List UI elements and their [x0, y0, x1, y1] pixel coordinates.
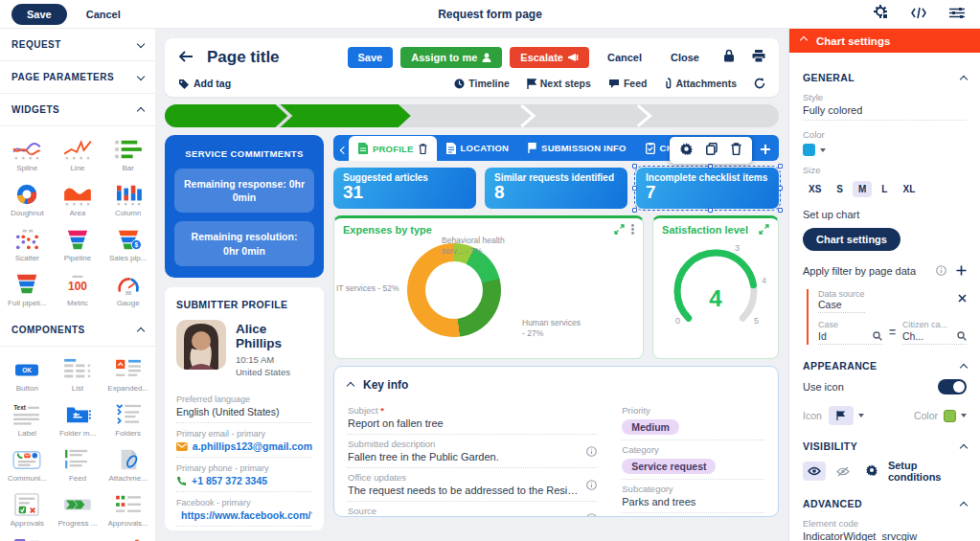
field-priority[interactable]: Priority Medium	[622, 401, 764, 440]
field-category[interactable]: Category Service request	[622, 440, 764, 480]
color-picker[interactable]	[803, 144, 967, 156]
chart-settings-button[interactable]: Chart settings	[803, 228, 900, 251]
chevron-down-icon[interactable]	[961, 414, 967, 417]
widget-sales-pipeline[interactable]: $ Sales pip...	[103, 222, 153, 267]
expenses-chart-card[interactable]: Expenses by type Behavioral health serv.…	[333, 215, 644, 359]
indicator-incomplete-checklist[interactable]: Incomplete checklist items 7	[636, 168, 779, 209]
lock-icon[interactable]	[723, 49, 735, 66]
escalate-button[interactable]: Escalate	[510, 47, 589, 68]
component-list[interactable]: List	[53, 352, 103, 397]
info-icon[interactable]	[586, 510, 597, 517]
widget-pipeline[interactable]: Pipeline	[53, 222, 103, 267]
filter-info-icon[interactable]	[936, 262, 946, 280]
feed-link[interactable]: Feed	[608, 78, 648, 89]
record-cancel-button[interactable]: Cancel	[597, 47, 652, 68]
back-arrow-icon[interactable]	[178, 49, 194, 66]
info-icon[interactable]	[586, 477, 597, 494]
size-xl[interactable]: XL	[897, 181, 921, 197]
field-submitted-description[interactable]: Submitted description Fallen tree in the…	[348, 435, 597, 468]
component-partial-quick-action[interactable]	[103, 532, 153, 541]
code-icon[interactable]	[911, 6, 926, 23]
component-approvals[interactable]: Approvals	[2, 487, 53, 532]
sidebar-section-components[interactable]: COMPONENTS	[0, 314, 155, 347]
stage-done-1[interactable]	[165, 104, 287, 127]
widget-gauge[interactable]: 88 Gauge	[103, 267, 153, 312]
attachments-link[interactable]: Attachments	[664, 78, 737, 89]
facebook-value[interactable]: https://www.facebook.com/?id...	[176, 509, 312, 521]
widget-metric[interactable]: 100 Metric	[53, 267, 103, 312]
tab-copy-icon[interactable]	[706, 142, 718, 159]
component-partial-ring[interactable]	[53, 532, 103, 541]
expand-icon[interactable]	[614, 224, 625, 235]
tab-settings-gear-icon[interactable]	[680, 142, 693, 159]
widget-line[interactable]: Line	[53, 132, 103, 177]
stage-done-2[interactable]	[280, 104, 410, 127]
resize-handle[interactable]	[778, 164, 783, 169]
primary-email-value[interactable]: a.phillips123@gmail.com	[176, 440, 312, 452]
resize-handle[interactable]	[632, 164, 637, 169]
component-button[interactable]: OK Button	[2, 352, 53, 397]
add-filter-icon[interactable]	[956, 262, 967, 280]
remove-filter-icon[interactable]	[958, 289, 967, 306]
widget-area[interactable]: Area	[53, 177, 103, 222]
style-value[interactable]: Fully colored	[803, 102, 967, 121]
resize-handle[interactable]	[708, 164, 713, 169]
component-communication[interactable]: Communi...	[2, 442, 53, 487]
next-steps-link[interactable]: Next steps	[527, 78, 591, 89]
widget-bar[interactable]: Bar	[103, 132, 153, 177]
size-s[interactable]: S	[831, 181, 849, 197]
resize-handle[interactable]	[778, 186, 783, 191]
satisfaction-chart-card[interactable]: Satisfaction level 0	[652, 215, 779, 359]
resize-handle[interactable]	[778, 208, 783, 213]
component-feed[interactable]: Feed	[53, 442, 103, 487]
field-neighborhood[interactable]: Neighborhood Downtown	[622, 513, 764, 517]
tab-location[interactable]: LOCATION	[437, 135, 519, 161]
indicator-suggested-articles[interactable]: Suggested articles 31	[333, 168, 476, 209]
size-l[interactable]: L	[876, 181, 893, 197]
record-close-button[interactable]: Close	[660, 47, 710, 68]
indicator-similar-requests[interactable]: Similar requests identified 8	[485, 168, 627, 209]
search-icon[interactable]	[957, 331, 967, 341]
flag-icon[interactable]	[829, 406, 854, 425]
chart-settings-header[interactable]: Chart settings	[789, 29, 980, 53]
component-progress-bar[interactable]: Progress ...	[53, 487, 103, 532]
refresh-icon[interactable]	[754, 78, 765, 89]
field-source[interactable]: Source Chat	[348, 502, 597, 517]
size-xs[interactable]: XS	[803, 181, 827, 197]
settings-list-icon[interactable]	[949, 6, 965, 23]
visible-eye-icon[interactable]	[803, 462, 826, 481]
component-partial-flag[interactable]	[2, 532, 53, 541]
stage-progress-bar[interactable]	[165, 104, 779, 127]
save-page-button[interactable]: Save	[11, 4, 67, 25]
component-label[interactable]: Text Label	[2, 397, 53, 442]
icon-color-swatch[interactable]	[944, 410, 956, 422]
widget-scatter[interactable]: Scatter	[2, 222, 53, 267]
delete-tab-icon[interactable]	[419, 144, 427, 154]
general-section-header[interactable]: GENERAL	[803, 72, 967, 83]
assign-to-me-button[interactable]: Assign to me	[400, 47, 502, 68]
component-attachments[interactable]: Attachme...	[103, 442, 153, 487]
chevron-down-icon[interactable]	[858, 414, 864, 417]
widget-full-pipeline[interactable]: Full pipeli...	[2, 267, 53, 312]
timeline-link[interactable]: Timeline	[454, 78, 509, 89]
component-folders[interactable]: Folders	[103, 397, 153, 442]
component-expanded[interactable]: Expanded...	[103, 352, 153, 397]
tab-profile[interactable]: PROFILE	[349, 136, 437, 161]
resize-handle[interactable]	[632, 208, 637, 213]
advanced-section-header[interactable]: ADVANCED	[803, 498, 967, 509]
filter-right-field[interactable]: Citizen ca... Ch...	[902, 320, 967, 345]
size-m[interactable]: M	[853, 181, 872, 197]
collapse-panel-icon[interactable]	[800, 35, 808, 43]
component-folder-management[interactable]: Folder m...	[53, 397, 103, 442]
add-tab-icon[interactable]	[760, 142, 771, 159]
expand-icon[interactable]	[759, 224, 769, 235]
cancel-page-button[interactable]: Cancel	[86, 9, 121, 20]
sidebar-section-widgets[interactable]: WIDGETS	[0, 94, 155, 126]
process-icon[interactable]	[874, 5, 888, 23]
primary-phone-value[interactable]: +1 857 372 3345	[176, 475, 312, 486]
field-subcategory[interactable]: Subcategory Parks and trees	[622, 480, 764, 513]
expenses-donut[interactable]	[407, 243, 501, 337]
use-icon-toggle[interactable]	[938, 379, 967, 394]
widget-doughnut[interactable]: Doughnut	[2, 177, 53, 222]
filter-left-field[interactable]: Case Id	[818, 320, 882, 345]
